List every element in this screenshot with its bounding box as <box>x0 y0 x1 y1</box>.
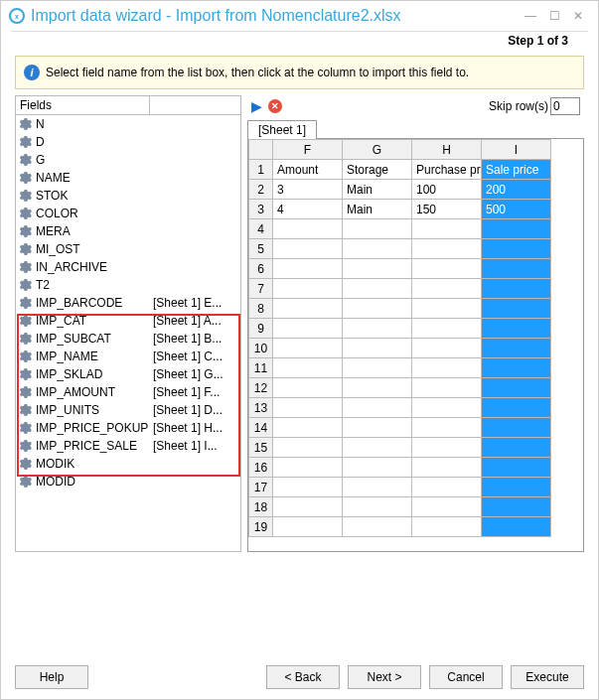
help-button[interactable]: Help <box>15 665 88 689</box>
column-header[interactable]: F <box>273 140 343 160</box>
field-row[interactable]: D <box>16 133 240 151</box>
grid-cell[interactable]: Storage <box>343 160 412 180</box>
grid-cell[interactable] <box>343 319 412 339</box>
grid-cell[interactable] <box>412 239 482 259</box>
field-row[interactable]: IMP_NAME[Sheet 1] C... <box>16 348 240 365</box>
grid-cell[interactable] <box>273 358 343 378</box>
field-row[interactable]: NAME <box>16 169 240 187</box>
grid-cell[interactable] <box>343 378 412 398</box>
field-row[interactable]: IMP_CAT[Sheet 1] A... <box>16 312 240 330</box>
grid-cell[interactable] <box>343 358 412 378</box>
row-header[interactable]: 11 <box>249 358 273 378</box>
row-header[interactable]: 3 <box>249 200 273 219</box>
grid-cell[interactable]: Purchase price <box>412 160 482 180</box>
row-header[interactable]: 4 <box>249 219 273 239</box>
grid-cell[interactable] <box>273 517 343 537</box>
row-header[interactable]: 14 <box>249 418 273 438</box>
field-row[interactable]: MODID <box>16 473 240 490</box>
row-header[interactable]: 18 <box>249 497 273 517</box>
grid-cell[interactable] <box>482 358 551 378</box>
row-header[interactable]: 1 <box>249 160 273 180</box>
row-header[interactable]: 5 <box>249 239 273 259</box>
grid-cell[interactable] <box>482 299 551 319</box>
grid-cell[interactable] <box>343 458 412 478</box>
grid-cell[interactable] <box>412 299 482 319</box>
grid-cell[interactable]: 4 <box>273 200 343 219</box>
grid-cell[interactable] <box>412 279 482 299</box>
corner-cell[interactable] <box>249 140 273 160</box>
grid-cell[interactable] <box>273 339 343 358</box>
grid-cell[interactable] <box>343 517 412 537</box>
grid-cell[interactable] <box>482 239 551 259</box>
row-header[interactable]: 7 <box>249 279 273 299</box>
field-row[interactable]: STOK <box>16 187 240 205</box>
grid-cell[interactable] <box>412 418 482 438</box>
grid-cell[interactable] <box>343 259 412 279</box>
grid-cell[interactable] <box>343 299 412 319</box>
grid-cell[interactable] <box>412 339 482 358</box>
field-row[interactable]: IMP_SUBCAT[Sheet 1] B... <box>16 330 240 348</box>
fields-header-name[interactable]: Fields <box>16 96 150 114</box>
field-row[interactable]: IMP_SKLAD[Sheet 1] G... <box>16 365 240 383</box>
grid-cell[interactable] <box>412 458 482 478</box>
grid-cell[interactable] <box>412 219 482 239</box>
maximize-button[interactable]: ☐ <box>542 4 566 28</box>
grid-cell[interactable]: 200 <box>482 180 551 200</box>
grid-cell[interactable] <box>343 239 412 259</box>
grid-cell[interactable] <box>482 398 551 418</box>
grid-cell[interactable]: 3 <box>273 180 343 200</box>
minimize-button[interactable]: — <box>519 4 542 28</box>
skip-rows-input[interactable] <box>550 97 580 115</box>
row-header[interactable]: 8 <box>249 299 273 319</box>
fields-header-mapping[interactable] <box>150 96 240 114</box>
grid-cell[interactable] <box>273 478 343 497</box>
grid-cell[interactable] <box>273 497 343 517</box>
row-header[interactable]: 10 <box>249 339 273 358</box>
column-header[interactable]: H <box>412 140 482 160</box>
grid-cell[interactable] <box>412 398 482 418</box>
field-row[interactable]: MODIK <box>16 455 240 473</box>
grid-cell[interactable] <box>482 438 551 458</box>
grid-cell[interactable] <box>412 378 482 398</box>
field-row[interactable]: MERA <box>16 222 240 240</box>
row-header[interactable]: 2 <box>249 180 273 200</box>
sheet-tab[interactable]: [Sheet 1] <box>247 120 317 139</box>
grid-cell[interactable] <box>412 358 482 378</box>
field-row[interactable]: IMP_BARCODE[Sheet 1] E... <box>16 294 240 312</box>
grid-cell[interactable] <box>343 478 412 497</box>
grid-cell[interactable] <box>273 259 343 279</box>
field-row[interactable]: IN_ARCHIVE <box>16 258 240 276</box>
grid-cell[interactable] <box>412 259 482 279</box>
grid-cell[interactable] <box>412 478 482 497</box>
grid-cell[interactable] <box>412 497 482 517</box>
field-row[interactable]: MI_OST <box>16 240 240 258</box>
grid-cell[interactable] <box>343 497 412 517</box>
cancel-button[interactable]: Cancel <box>429 665 503 689</box>
back-button[interactable]: < Back <box>266 665 340 689</box>
grid-cell[interactable] <box>482 497 551 517</box>
grid-cell[interactable] <box>273 299 343 319</box>
grid-cell[interactable]: 100 <box>412 180 482 200</box>
row-header[interactable]: 16 <box>249 458 273 478</box>
grid-cell[interactable]: Sale price <box>482 160 551 180</box>
row-header[interactable]: 15 <box>249 438 273 458</box>
grid-cell[interactable] <box>343 438 412 458</box>
grid-cell[interactable] <box>482 378 551 398</box>
field-row[interactable]: IMP_PRICE_SALE[Sheet 1] I... <box>16 437 240 455</box>
row-header[interactable]: 13 <box>249 398 273 418</box>
grid-cell[interactable]: Main <box>343 200 412 219</box>
spreadsheet-grid[interactable]: FGHI1AmountStoragePurchase priceSale pri… <box>248 139 551 537</box>
row-header[interactable]: 6 <box>249 259 273 279</box>
column-header[interactable]: I <box>482 140 551 160</box>
grid-cell[interactable] <box>273 279 343 299</box>
grid-cell[interactable] <box>482 458 551 478</box>
grid-cell[interactable] <box>482 219 551 239</box>
field-row[interactable]: IMP_AMOUNT[Sheet 1] F... <box>16 383 240 401</box>
fields-list[interactable]: NDGNAMESTOKCOLORMERAMI_OSTIN_ARCHIVET2IM… <box>16 115 240 551</box>
row-header[interactable]: 19 <box>249 517 273 537</box>
grid-cell[interactable] <box>482 279 551 299</box>
field-row[interactable]: G <box>16 151 240 169</box>
play-icon[interactable]: ▶ <box>251 98 262 114</box>
grid-cell[interactable] <box>273 418 343 438</box>
grid-cell[interactable] <box>273 219 343 239</box>
